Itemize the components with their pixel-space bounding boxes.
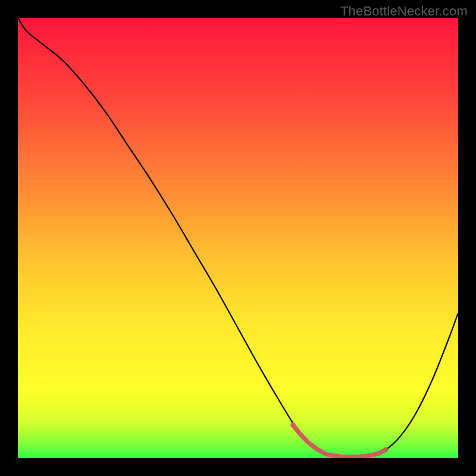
optimal-marker-segment	[336, 456, 343, 456]
optimal-marker-endcap	[383, 447, 389, 453]
optimal-marker-segment	[362, 456, 369, 456]
chart-svg	[18, 18, 458, 458]
chart-area	[18, 18, 458, 458]
optimal-marker-segment	[327, 455, 334, 456]
optimal-marker-segment	[371, 453, 378, 455]
watermark-text: TheBottleNecker.com	[340, 4, 468, 19]
optimal-marker-endcap	[290, 422, 296, 428]
